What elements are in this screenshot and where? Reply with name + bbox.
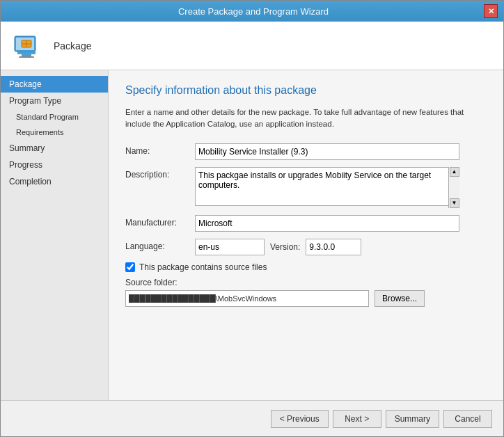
description-label: Description: — [125, 167, 195, 180]
manufacturer-row: Manufacturer: — [125, 215, 487, 232]
close-button[interactable]: ✕ — [484, 4, 498, 18]
manufacturer-label: Manufacturer: — [125, 215, 195, 228]
source-folder-input[interactable] — [125, 290, 369, 307]
scrollbar: ▲ ▼ — [448, 167, 459, 208]
sidebar-item-requirements[interactable]: Requirements — [1, 125, 108, 140]
description-text: Enter a name and other details for the n… — [125, 106, 487, 131]
source-files-label: This package contains source files — [139, 262, 267, 272]
previous-button[interactable]: < Previous — [271, 410, 329, 428]
window-title: Create Package and Program Wizard — [23, 6, 484, 17]
svg-rect-2 — [17, 51, 36, 54]
next-button[interactable]: Next > — [333, 410, 381, 428]
scroll-up[interactable]: ▲ — [450, 167, 459, 177]
page-title: Specify information about this package — [125, 84, 487, 97]
main-window: Create Package and Program Wizard ✕ Pack… — [0, 0, 504, 437]
manufacturer-input[interactable] — [195, 215, 459, 232]
name-row: Name: — [125, 143, 487, 160]
version-label: Version: — [270, 242, 300, 252]
sidebar-item-package[interactable]: Package — [1, 76, 108, 93]
language-version-row: Language: Version: — [125, 239, 487, 255]
content-area: Package Program Type Standard Program Re… — [1, 70, 503, 400]
svg-rect-3 — [22, 54, 31, 56]
title-bar: Create Package and Program Wizard ✕ — [1, 1, 503, 22]
source-folder-label: Source folder: — [125, 278, 487, 287]
checkbox-row: This package contains source files — [125, 262, 487, 272]
sidebar-item-summary[interactable]: Summary — [1, 140, 108, 157]
main-panel: Specify information about this package E… — [109, 70, 503, 400]
description-wrapper: This packgae installs or upgrades Mobiit… — [195, 167, 459, 208]
cancel-button[interactable]: Cancel — [443, 410, 492, 428]
source-folder-row: Browse... — [125, 290, 487, 307]
sidebar: Package Program Type Standard Program Re… — [1, 70, 109, 400]
description-row: Description: This packgae installs or up… — [125, 167, 487, 208]
footer: < Previous Next > Summary Cancel — [1, 400, 503, 436]
sidebar-item-program-type[interactable]: Program Type — [1, 93, 108, 109]
language-version-fields: Version: — [195, 239, 361, 255]
source-files-checkbox[interactable] — [125, 262, 135, 272]
header-label: Package — [54, 40, 91, 51]
description-input[interactable]: This packgae installs or upgrades Mobiit… — [195, 167, 459, 206]
version-input[interactable] — [306, 239, 361, 255]
sidebar-item-progress[interactable]: Progress — [1, 157, 108, 173]
name-label: Name: — [125, 143, 195, 156]
summary-button[interactable]: Summary — [386, 410, 439, 428]
language-input[interactable] — [195, 239, 265, 255]
sidebar-item-standard-program[interactable]: Standard Program — [1, 109, 108, 125]
language-label: Language: — [125, 239, 195, 251]
sidebar-item-completion[interactable]: Completion — [1, 173, 108, 190]
browse-button[interactable]: Browse... — [375, 290, 425, 307]
header-bar: Package — [1, 22, 503, 70]
source-folder-section: Source folder: Browse... — [125, 278, 487, 307]
scroll-down[interactable]: ▼ — [450, 198, 459, 208]
name-input[interactable] — [195, 143, 459, 160]
svg-rect-4 — [19, 56, 34, 58]
package-icon — [12, 29, 45, 63]
